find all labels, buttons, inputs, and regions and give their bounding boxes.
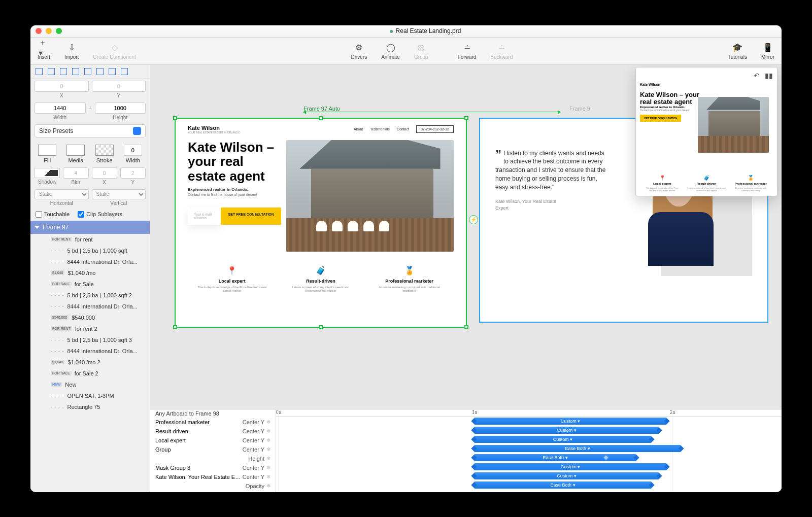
layer-item[interactable]: $1,040$1,040 /mo 2: [30, 357, 150, 368]
timeline-row[interactable]: Opacity❄: [150, 481, 276, 491]
layer-item[interactable]: FOR RENTfor rent 2: [30, 323, 150, 334]
layer-item[interactable]: FOR SALEfor Sale 2: [30, 368, 150, 379]
layer-item[interactable]: - - - -8444 International Dr, Orla...: [30, 346, 150, 357]
layer-item[interactable]: FOR SALEfor Sale: [30, 279, 150, 290]
animation-track[interactable]: Custom ▾: [474, 463, 667, 470]
titlebar: Real Estate Landing.prd: [30, 25, 782, 38]
align-right-icon[interactable]: [60, 68, 67, 75]
tutorials-button[interactable]: 🎓Tutorials: [721, 38, 754, 64]
layer-item[interactable]: - - - -8444 International Dr, Orla...: [30, 256, 150, 267]
animate-button[interactable]: ◯Animate: [374, 38, 407, 64]
resize-handle[interactable]: [173, 325, 177, 329]
window-minimize-button[interactable]: [46, 28, 52, 34]
quotation-mark-icon: ”: [495, 146, 501, 163]
frame-98-label[interactable]: Frame 9: [569, 106, 590, 112]
stroke-width-input[interactable]: [124, 145, 142, 156]
timeline-row[interactable]: Height❄: [150, 454, 276, 463]
interaction-badge[interactable]: ⚡: [469, 215, 478, 224]
resize-handle[interactable]: [319, 116, 323, 120]
lock-aspect-icon[interactable]: ⟂: [89, 105, 92, 110]
layer-item[interactable]: FOR RENTfor rent: [30, 234, 150, 245]
resize-handle[interactable]: [464, 116, 468, 120]
hero-sub2: Contact me to find the house of your dre…: [188, 193, 281, 196]
width-input[interactable]: [35, 102, 86, 114]
preview-window[interactable]: ↶ ▮▮ Kate Wilson Kate Wilson – your real…: [635, 67, 777, 196]
fill-swatch[interactable]: [38, 145, 56, 156]
window-close-button[interactable]: [36, 28, 42, 34]
drivers-button[interactable]: ⚙Drivers: [344, 38, 375, 64]
ribbon-icon: 🏅: [731, 175, 771, 181]
forward-button[interactable]: ≐Forward: [451, 38, 484, 64]
mirror-button[interactable]: 📱Mirror: [754, 38, 782, 64]
y-input[interactable]: [92, 81, 146, 92]
align-center-icon[interactable]: [48, 68, 55, 75]
hero-image: [286, 140, 454, 252]
align-top-icon[interactable]: [72, 68, 79, 75]
timeline-panel[interactable]: Any Artboard to Frame 98 Professional ma…: [150, 409, 782, 492]
frame-97-artboard[interactable]: Kate Wilson YOUR REAL ESTATE EXPERT IN O…: [175, 118, 467, 328]
alignment-bar[interactable]: [30, 65, 150, 79]
animation-track[interactable]: Custom ▾: [474, 427, 659, 434]
distribute-v-icon[interactable]: [121, 68, 128, 75]
timeline-row[interactable]: Mask Group 3Center Y❄: [150, 463, 276, 472]
animation-track[interactable]: Ease Both ▾: [474, 481, 652, 489]
transition-label[interactable]: Any Artboard to Frame 98: [150, 409, 276, 418]
import-button[interactable]: ⇩Import: [57, 38, 86, 64]
frame-97-label[interactable]: Frame 97 Auto: [303, 106, 340, 112]
layer-item[interactable]: - - - -5 bd | 2,5 ba | 1,000 sqft: [30, 245, 150, 256]
height-input[interactable]: [95, 102, 146, 114]
animation-track[interactable]: Custom ▾: [474, 418, 667, 425]
animation-track[interactable]: Ease Both ▾: [474, 445, 681, 452]
animation-track[interactable]: Custom ▾: [474, 472, 659, 479]
align-bottom-icon[interactable]: [96, 68, 104, 75]
timeline-row[interactable]: Kate Wilson, Your Real Estate ExpertCent…: [150, 472, 276, 481]
resize-handle[interactable]: [464, 325, 468, 329]
layer-item[interactable]: - - - -OPEN SAT, 1-3PM: [30, 390, 150, 401]
phone-button: 32-234-112-32-32: [416, 125, 454, 133]
shadow-y-input[interactable]: [120, 167, 146, 179]
align-middle-icon[interactable]: [84, 68, 91, 75]
undo-icon[interactable]: ↶: [754, 72, 760, 80]
size-presets-dropdown[interactable]: Size Presets: [35, 124, 146, 137]
email-input: Your e-mail address: [188, 208, 221, 225]
blur-input[interactable]: [63, 167, 88, 179]
timeline-row[interactable]: Result-drivenCenter Y❄: [150, 427, 276, 436]
window-zoom-button[interactable]: [56, 28, 62, 34]
align-left-icon[interactable]: [36, 68, 43, 75]
animation-track[interactable]: Custom ▾: [474, 436, 652, 443]
vertical-constraint[interactable]: Static: [92, 189, 146, 199]
distribute-h-icon[interactable]: [109, 68, 116, 75]
resize-handle[interactable]: [319, 325, 323, 329]
layer-item[interactable]: NEWNew: [30, 379, 150, 390]
media-swatch[interactable]: [66, 145, 85, 156]
timeline-row[interactable]: Local expertCenter Y❄: [150, 436, 276, 445]
resize-handle[interactable]: [173, 116, 177, 120]
touchable-checkbox[interactable]: Touchable: [36, 211, 70, 218]
record-icon[interactable]: ▮▮: [765, 72, 773, 80]
horizontal-constraint[interactable]: Static: [35, 189, 89, 199]
backward-button: ≐Backward: [483, 38, 520, 64]
x-input[interactable]: [35, 81, 89, 92]
layer-item[interactable]: - - - -5 bd | 2,5 ba | 1,000 sqft 2: [30, 290, 150, 301]
stroke-swatch[interactable]: [95, 145, 114, 156]
quote-text: Llisten to my clients wants and needs to…: [495, 150, 605, 191]
pin-icon: 📍: [197, 266, 266, 275]
layer-item[interactable]: - - - -Rectangle 75: [30, 401, 150, 412]
shadow-swatch[interactable]: [35, 168, 60, 178]
briefcase-icon: 🧳: [286, 266, 355, 275]
clip-sublayers-checkbox[interactable]: Clip Sublayers: [78, 211, 122, 218]
insert-button[interactable]: ＋▾Insert: [30, 38, 57, 64]
group-button: ▧Group: [407, 38, 435, 64]
layer-item[interactable]: - - - -8444 International Dr, Orla...: [30, 301, 150, 312]
animation-track[interactable]: Ease Both ▾: [474, 454, 636, 461]
timeline-row[interactable]: Professional marketerCenter Y❄: [150, 418, 276, 427]
ribbon-icon: 🏅: [375, 266, 444, 275]
shadow-x-input[interactable]: [92, 167, 117, 179]
layer-item[interactable]: $540,000$540,000: [30, 312, 150, 323]
timeline-row[interactable]: GroupCenter Y❄: [150, 445, 276, 454]
layers-header[interactable]: Frame 97: [30, 221, 150, 234]
layers-list[interactable]: FOR RENTfor rent- - - -5 bd | 2,5 ba | 1…: [30, 234, 150, 492]
briefcase-icon: 🧳: [687, 175, 727, 181]
layer-item[interactable]: - - - -5 bd | 2,5 ba | 1,000 sqft 3: [30, 334, 150, 346]
layer-item[interactable]: $1,040$1,040 /mo: [30, 267, 150, 279]
